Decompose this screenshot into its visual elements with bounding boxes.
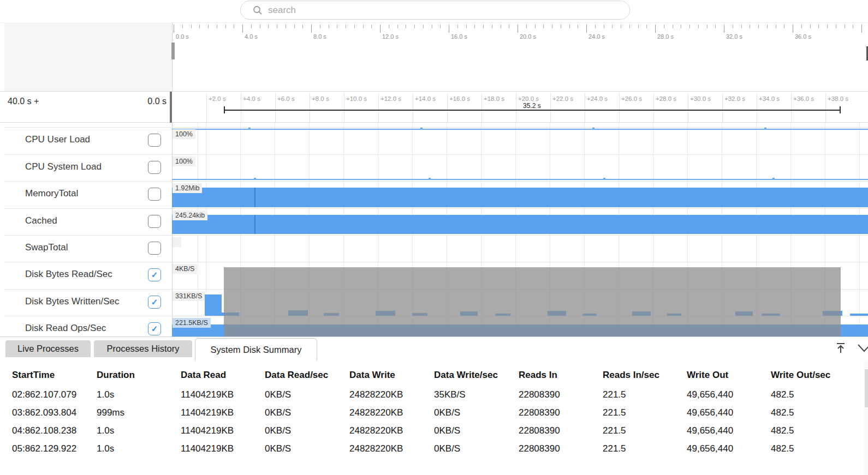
table-header-cell: Data Write/sec: [434, 370, 498, 381]
metric-checkbox[interactable]: ✓: [148, 296, 161, 309]
scale-value-chip: 221.5KB/S: [173, 318, 211, 328]
tab-processes-history[interactable]: Processes History: [94, 340, 192, 357]
metric-row-label[interactable]: MemoryTotal: [25, 188, 78, 199]
table-cell: 22808390: [519, 425, 560, 436]
metric-row-label[interactable]: Cached: [25, 215, 57, 226]
scale-value-chip: 1.92Mib: [173, 183, 202, 193]
table-cell: 49,656,440: [687, 389, 733, 400]
tab-live-processes[interactable]: Live Processes: [5, 340, 91, 357]
table-cell: 482.5: [771, 425, 794, 436]
table-header-cell: Write Out: [687, 370, 728, 381]
metric-checkbox[interactable]: ✓: [148, 268, 161, 281]
table-header-cell: Data Read: [181, 370, 226, 381]
metric-row-label[interactable]: Disk Bytes Written/Sec: [25, 296, 120, 307]
table-header-cell: Write Out/sec: [771, 370, 830, 381]
table-cell: 49,656,440: [687, 443, 733, 454]
table-cell: 482.5: [771, 389, 794, 400]
table-cell: 24828220KB: [349, 389, 403, 400]
metric-row-label[interactable]: CPU System Load: [25, 161, 102, 172]
scale-value-chip: 100%: [173, 157, 195, 166]
row-separator: [4, 208, 868, 209]
table-cell: 11404219KB: [181, 443, 234, 454]
row-separator: [4, 262, 868, 262]
table-cell: 24828220KB: [349, 443, 403, 454]
table-cell: 221.5: [603, 425, 626, 436]
table-cell: 04:862.108.238: [12, 425, 76, 436]
table-scrollbar-thumb[interactable]: [865, 369, 868, 407]
row-separator: [4, 127, 868, 128]
table-cell: 1.0s: [97, 425, 114, 436]
table-cell: 221.5: [603, 407, 626, 418]
table-cell: 1.0s: [97, 389, 114, 400]
table-cell: 999ms: [97, 407, 124, 418]
table-cell: 0KB/S: [265, 407, 291, 418]
table-cell: 11404219KB: [181, 389, 234, 400]
metric-checkbox[interactable]: [148, 188, 161, 201]
scale-value-chip: 4KB/S: [173, 264, 197, 274]
table-cell: 221.5: [603, 443, 626, 454]
table-cell: 0KB/S: [265, 389, 291, 400]
table-cell: 1.0s: [97, 443, 114, 454]
table-cell: 24828220KB: [349, 425, 403, 436]
scale-value-chip: [173, 237, 181, 247]
selection-overlay[interactable]: [224, 267, 841, 336]
metric-row-label[interactable]: Disk Bytes Read/Sec: [25, 269, 112, 280]
table-cell: 49,656,440: [687, 407, 733, 418]
tab-system-disk-summary[interactable]: System Disk Summary: [195, 338, 317, 360]
table-header-cell: Data Read/sec: [265, 370, 328, 381]
table-row[interactable]: 02:862.107.0791.0s11404219KB0KB/S2482822…: [0, 387, 868, 405]
table-cell: 11404219KB: [181, 407, 234, 418]
table-cell: 0KB/S: [265, 425, 291, 436]
metric-checkbox[interactable]: [148, 134, 161, 147]
table-cell: 482.5: [771, 407, 794, 418]
table-cell: 22808390: [519, 443, 560, 454]
table-header-cell: Duration: [97, 370, 135, 381]
scale-value-chip: 245.24kib: [173, 211, 207, 220]
table-cell: 49,656,440: [687, 425, 733, 436]
table-cell: 0KB/S: [434, 443, 460, 454]
scale-value-chip: 100%: [173, 129, 195, 139]
table-header-cell: StartTime: [12, 370, 55, 381]
details-panel: Live ProcessesProcesses HistorySystem Di…: [0, 336, 868, 475]
table-cell: 03:862.093.804: [12, 407, 76, 418]
scale-value-chip: 331KB/S: [173, 291, 205, 301]
table-cell: 0KB/S: [434, 425, 460, 436]
metric-row-label[interactable]: Disk Read Ops/Sec: [25, 323, 106, 334]
system-disk-summary-table: StartTimeDurationData ReadData Read/secD…: [0, 363, 868, 475]
dock-to-top-icon[interactable]: [834, 341, 847, 354]
table-header-cell: Data Write: [349, 370, 395, 381]
table-cell: 11404219KB: [181, 425, 234, 436]
metric-checkbox[interactable]: [148, 215, 161, 228]
table-row[interactable]: 04:862.108.2381.0s11404219KB0KB/S2482822…: [0, 423, 868, 441]
table-cell: 22808390: [519, 407, 560, 418]
table-header-cell: Reads In/sec: [603, 370, 659, 381]
table-cell: 482.5: [771, 443, 794, 454]
panel-controls: [830, 341, 868, 356]
table-header-cell: Reads In: [519, 370, 557, 381]
row-separator: [4, 235, 868, 236]
table-cell: 24828220KB: [349, 407, 403, 418]
table-cell: 221.5: [603, 389, 626, 400]
table-cell: 0KB/S: [434, 407, 460, 418]
performance-monitor-window: search 0.0 s4.0 s8.0 s12.0 s16.0 s20.0 s…: [0, 0, 868, 475]
table-row[interactable]: 03:862.093.804999ms11404219KB0KB/S248282…: [0, 405, 868, 423]
table-row[interactable]: 05:862.129.9221.0s11404219KB0KB/S2482822…: [0, 441, 868, 459]
metric-checkbox[interactable]: [148, 242, 161, 255]
metric-row-label[interactable]: CPU User Load: [25, 134, 90, 145]
row-separator: [4, 181, 868, 182]
row-separator: [4, 154, 868, 155]
table-cell: 05:862.129.922: [12, 443, 76, 454]
metric-row-label[interactable]: SwapTotal: [25, 242, 68, 253]
metric-checkbox[interactable]: [148, 161, 161, 174]
metric-checkbox[interactable]: ✓: [148, 322, 161, 335]
table-cell: 0KB/S: [265, 443, 291, 454]
table-cell: 02:862.107.079: [12, 389, 76, 400]
table-cell: 22808390: [519, 389, 560, 400]
chevron-down-icon[interactable]: [856, 341, 868, 354]
table-cell: 35KB/S: [434, 389, 466, 400]
